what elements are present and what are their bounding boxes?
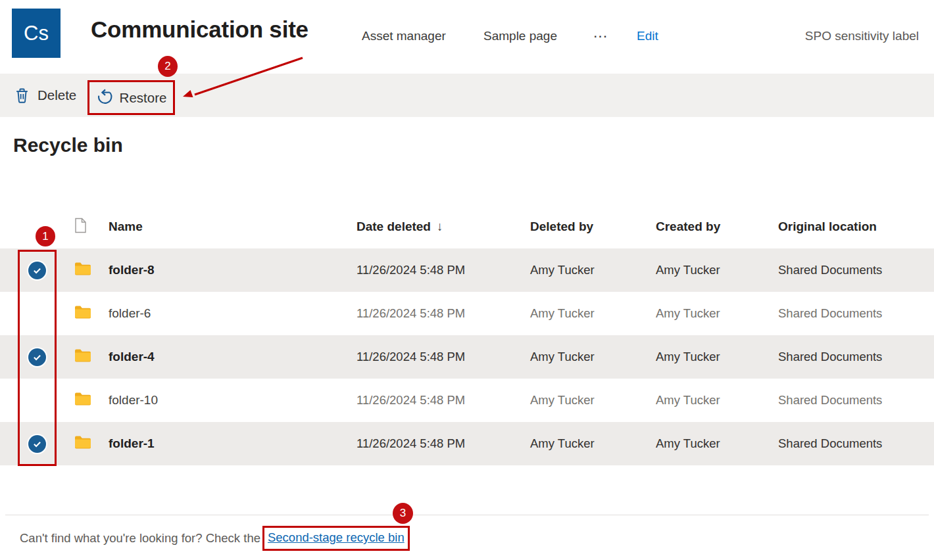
table-row[interactable]: folder-4 11/26/2024 5:48 PM Amy Tucker A… (0, 335, 934, 379)
row-original-location: Shared Documents (778, 436, 934, 451)
row-date-deleted: 11/26/2024 5:48 PM (356, 350, 530, 364)
header-created-by[interactable]: Created by (656, 220, 778, 234)
row-checkbox[interactable] (28, 262, 46, 279)
nav-asset-manager[interactable]: Asset manager (362, 29, 446, 43)
site-title[interactable]: Communication site (91, 16, 308, 43)
sort-descending-icon: ↓ (437, 220, 443, 233)
recycle-bin-page: Cs Communication site Asset manager Samp… (0, 0, 934, 560)
row-deleted-by: Amy Tucker (530, 306, 656, 321)
delete-button-label: Delete (37, 87, 76, 103)
row-original-location: Shared Documents (778, 263, 934, 277)
folder-icon (74, 348, 91, 362)
command-bar: Delete Restore (0, 74, 934, 117)
table-header: Name Date deleted↓ Deleted by Created by… (0, 205, 934, 248)
nav-overflow-icon[interactable]: ··· (594, 31, 608, 43)
row-created-by: Amy Tucker (656, 436, 778, 451)
row-checkbox[interactable] (28, 348, 46, 366)
annotation-badge-2: 2 (158, 56, 178, 77)
table-row[interactable]: folder-1 11/26/2024 5:48 PM Amy Tucker A… (0, 422, 934, 465)
row-name: folder-4 (109, 350, 356, 364)
row-created-by: Amy Tucker (656, 263, 778, 277)
table-row[interactable]: folder-8 11/26/2024 5:48 PM Amy Tucker A… (0, 248, 934, 292)
footer-divider (5, 515, 929, 515)
table-row[interactable]: folder-10 11/26/2024 5:48 PM Amy Tucker … (0, 379, 934, 422)
row-created-by: Amy Tucker (656, 350, 778, 364)
sensitivity-label: SPO sensitivity label (805, 29, 919, 43)
row-name: folder-10 (109, 393, 356, 408)
row-date-deleted: 11/26/2024 5:48 PM (356, 436, 530, 451)
check-icon (32, 438, 43, 450)
row-date-deleted: 11/26/2024 5:48 PM (356, 263, 530, 277)
row-original-location: Shared Documents (778, 393, 934, 408)
header-file-type-column[interactable] (58, 218, 109, 237)
table-rows: folder-8 11/26/2024 5:48 PM Amy Tucker A… (0, 248, 934, 465)
row-checkbox[interactable] (28, 435, 46, 453)
nav-sample-page[interactable]: Sample page (483, 29, 557, 43)
page-title: Recycle bin (13, 134, 123, 156)
annotation-badge-1: 1 (36, 226, 55, 246)
header-name[interactable]: Name (109, 220, 356, 234)
row-deleted-by: Amy Tucker (530, 350, 656, 364)
file-icon (74, 218, 87, 233)
row-original-location: Shared Documents (778, 306, 934, 321)
row-created-by: Amy Tucker (656, 393, 778, 408)
row-deleted-by: Amy Tucker (530, 263, 656, 277)
nav-edit-link[interactable]: Edit (637, 29, 658, 43)
row-deleted-by: Amy Tucker (530, 436, 656, 451)
annotation-box-3: Second-stage recycle bin (262, 526, 410, 551)
header-date-deleted[interactable]: Date deleted↓ (356, 220, 530, 234)
delete-button[interactable]: Delete (14, 74, 76, 117)
check-icon (32, 352, 43, 363)
folder-icon (74, 435, 91, 449)
header-original-location[interactable]: Original location (778, 220, 934, 234)
trash-icon (14, 87, 30, 104)
folder-icon (74, 305, 91, 319)
row-name: folder-6 (109, 306, 356, 321)
site-logo[interactable]: Cs (12, 9, 61, 58)
restore-button-label: Restore (120, 90, 167, 106)
row-created-by: Amy Tucker (656, 306, 778, 321)
row-original-location: Shared Documents (778, 350, 934, 364)
row-deleted-by: Amy Tucker (530, 393, 656, 408)
restore-icon (96, 89, 114, 106)
row-name: folder-1 (109, 436, 356, 451)
row-date-deleted: 11/26/2024 5:48 PM (356, 393, 530, 408)
annotation-badge-3: 3 (393, 503, 413, 524)
folder-icon (74, 262, 91, 275)
restore-button[interactable]: Restore (87, 80, 175, 115)
footer-message: Can't find what you're looking for? Chec… (20, 531, 260, 546)
second-stage-link[interactable]: Second-stage recycle bin (268, 530, 405, 544)
table-row[interactable]: folder-6 11/26/2024 5:48 PM Amy Tucker A… (0, 292, 934, 335)
row-date-deleted: 11/26/2024 5:48 PM (356, 306, 530, 321)
folder-icon (74, 392, 91, 406)
header-deleted-by[interactable]: Deleted by (530, 220, 656, 234)
check-icon (32, 265, 43, 276)
annotation-arrow (178, 53, 309, 105)
site-logo-text: Cs (24, 22, 49, 45)
row-name: folder-8 (109, 263, 356, 277)
